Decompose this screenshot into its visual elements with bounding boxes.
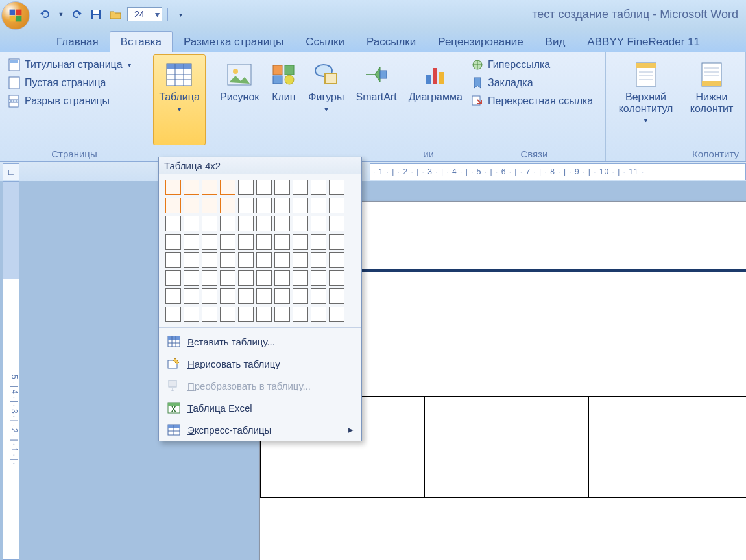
tab-review[interactable]: Рецензирование (427, 31, 534, 52)
grid-cell[interactable] (274, 234, 290, 250)
grid-cell[interactable] (256, 216, 272, 231)
draw-table-item[interactable]: Нарисовать таблицу (159, 353, 361, 375)
grid-cell[interactable] (238, 180, 254, 195)
grid-cell[interactable] (220, 307, 235, 322)
tab-mailings[interactable]: Рассылки (355, 31, 427, 52)
grid-cell[interactable] (274, 180, 290, 195)
quick-tables-item[interactable]: Экспресс-таблицы ▸ (159, 419, 361, 441)
grid-cell[interactable] (202, 216, 217, 231)
grid-cell[interactable] (311, 216, 326, 231)
shapes-button[interactable]: Фигуры ▼ (302, 54, 350, 145)
grid-cell[interactable] (274, 270, 290, 286)
tab-abbyy[interactable]: ABBYY FineReader 11 (576, 31, 711, 52)
page-break-button[interactable]: Разрыв страницы (4, 93, 135, 109)
grid-cell[interactable] (165, 198, 181, 213)
grid-cell[interactable] (256, 234, 272, 250)
grid-cell[interactable] (165, 252, 181, 268)
blank-page-button[interactable]: Пустая страница (4, 75, 135, 91)
grid-cell[interactable] (274, 307, 290, 322)
grid-cell[interactable] (165, 216, 181, 231)
fontsize-dropdown-icon[interactable]: ▾ (150, 9, 160, 19)
tab-home[interactable]: Главная (45, 31, 110, 52)
vertical-ruler[interactable]: 5 · | 4 · | · 3 · | · 2 · | · 1 · | · (3, 279, 19, 560)
grid-cell[interactable] (311, 234, 326, 250)
grid-cell[interactable] (293, 234, 308, 250)
redo-button[interactable] (69, 6, 84, 22)
grid-cell[interactable] (238, 270, 254, 286)
grid-cell[interactable] (202, 198, 217, 213)
grid-cell[interactable] (256, 307, 272, 322)
grid-cell[interactable] (165, 180, 181, 195)
picture-button[interactable]: Рисунок (214, 54, 265, 145)
footer-button[interactable]: Нижни колонтит (682, 54, 741, 145)
office-button[interactable] (1, 1, 30, 30)
grid-cell[interactable] (202, 252, 217, 268)
clipart-button[interactable]: Клип (265, 54, 302, 145)
grid-cell[interactable] (184, 307, 199, 322)
chart-button[interactable]: Диаграмма (403, 54, 468, 145)
grid-cell[interactable] (220, 198, 235, 213)
grid-cell[interactable] (329, 180, 344, 195)
grid-cell[interactable] (274, 198, 290, 213)
grid-cell[interactable] (238, 288, 254, 304)
grid-cell[interactable] (184, 270, 199, 286)
undo-dropdown[interactable]: ▼ (57, 6, 65, 22)
grid-cell[interactable] (311, 252, 326, 268)
save-button[interactable] (88, 6, 104, 22)
fontsize-combo[interactable]: 24 ▾ (127, 7, 162, 21)
grid-cell[interactable] (256, 270, 272, 286)
grid-cell[interactable] (293, 288, 308, 304)
insert-table-item[interactable]: Вставить таблицу... (159, 331, 361, 353)
grid-cell[interactable] (329, 234, 344, 250)
excel-table-item[interactable]: X Таблица Excel (159, 397, 361, 419)
table-button[interactable]: Таблица ▼ (153, 54, 206, 145)
grid-cell[interactable] (202, 234, 217, 250)
grid-cell[interactable] (293, 270, 308, 286)
grid-cell[interactable] (184, 252, 199, 268)
grid-cell[interactable] (220, 180, 235, 195)
tab-view[interactable]: Вид (535, 31, 577, 52)
horizontal-ruler[interactable]: · 1 · | · 2 · | · 3 · | · 4 · | · 5 · | … (370, 163, 746, 180)
grid-cell[interactable] (293, 198, 308, 213)
grid-cell[interactable] (220, 288, 235, 304)
grid-cell[interactable] (311, 288, 326, 304)
grid-cell[interactable] (165, 234, 181, 250)
cover-page-button[interactable]: Титульная страница ▾ (4, 57, 135, 73)
grid-cell[interactable] (202, 270, 217, 286)
tab-pagelayout[interactable]: Разметка страницы (173, 31, 295, 52)
grid-cell[interactable] (184, 234, 199, 250)
grid-cell[interactable] (329, 307, 344, 322)
grid-cell[interactable] (184, 198, 199, 213)
grid-cell[interactable] (238, 234, 254, 250)
grid-cell[interactable] (311, 198, 326, 213)
grid-cell[interactable] (329, 270, 344, 286)
grid-cell[interactable] (165, 270, 181, 286)
grid-cell[interactable] (202, 307, 217, 322)
grid-cell[interactable] (238, 198, 254, 213)
grid-cell[interactable] (311, 180, 326, 195)
grid-cell[interactable] (311, 307, 326, 322)
grid-cell[interactable] (220, 234, 235, 250)
grid-cell[interactable] (329, 198, 344, 213)
open-button[interactable] (108, 6, 123, 22)
grid-cell[interactable] (274, 216, 290, 231)
grid-cell[interactable] (238, 252, 254, 268)
table-size-grid[interactable] (159, 174, 361, 325)
grid-cell[interactable] (165, 288, 181, 304)
grid-cell[interactable] (256, 252, 272, 268)
grid-cell[interactable] (202, 288, 217, 304)
grid-cell[interactable] (220, 216, 235, 231)
grid-cell[interactable] (311, 270, 326, 286)
undo-button[interactable] (38, 6, 53, 22)
grid-cell[interactable] (184, 180, 199, 195)
grid-cell[interactable] (238, 307, 254, 322)
grid-cell[interactable] (220, 252, 235, 268)
grid-cell[interactable] (293, 252, 308, 268)
tab-selector[interactable]: ∟ (3, 163, 19, 180)
grid-cell[interactable] (293, 180, 308, 195)
grid-cell[interactable] (184, 288, 199, 304)
grid-cell[interactable] (256, 180, 272, 195)
header-button[interactable]: Верхний колонтитул ▼ (610, 54, 682, 145)
hyperlink-button[interactable]: Гиперссылка (467, 57, 597, 73)
grid-cell[interactable] (293, 307, 308, 322)
